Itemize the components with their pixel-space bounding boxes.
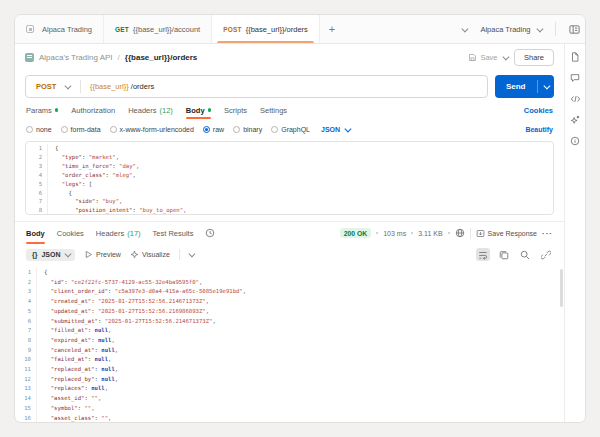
code-token: : [88, 327, 95, 333]
code-token: "buy_to_open" [139, 207, 183, 213]
code-token: "canceled_at" [51, 347, 95, 353]
app-window: Alpaca Trading GET {{base_url}}/account … [14, 14, 586, 423]
language-selector[interactable]: JSON [321, 126, 350, 133]
code-text: "replaces": null, [37, 384, 108, 394]
preview-button[interactable]: Preview [84, 250, 121, 259]
response-body-viewer[interactable]: 1 { 2 "id": "ce2f22fc-5737-4129-ac55-32e… [15, 265, 564, 422]
request-section-tab[interactable]: Scripts [224, 102, 247, 119]
code-token: , [115, 366, 118, 372]
body-mode-radio[interactable]: x-www-form-urlencoded [110, 126, 194, 133]
request-tabs: Params Authorization Headers (12) [15, 102, 564, 119]
tab-overflow-chevron-icon[interactable] [462, 25, 468, 31]
line-number: 15 [15, 404, 37, 414]
line-number: 1 [26, 144, 48, 153]
postbot-icon[interactable] [570, 115, 580, 125]
visualize-button[interactable]: Visualize [130, 250, 170, 259]
code-icon[interactable] [570, 94, 581, 104]
code-line: 9 "canceled_at": null, [15, 346, 564, 356]
code-token: null [98, 337, 111, 343]
code-line: 6 { [26, 189, 553, 198]
comments-icon[interactable] [570, 73, 580, 83]
request-tab[interactable]: POST {{base_url}}/orders [212, 15, 320, 43]
save-button[interactable]: Save [468, 53, 497, 62]
response-section-tab[interactable]: Headers (17) [96, 222, 141, 244]
wrap-text-button[interactable] [476, 248, 490, 261]
line-number: 2 [15, 278, 37, 288]
format-options-chevron-icon[interactable] [189, 251, 195, 257]
response-format-selector[interactable]: {} JSON [26, 249, 75, 261]
line-number: 8 [26, 206, 48, 215]
request-section-tab[interactable]: Body [186, 102, 211, 119]
response-section-tab[interactable]: Test Results [153, 222, 194, 244]
info-icon[interactable] [570, 136, 580, 146]
environment-quick-look-button[interactable] [564, 24, 585, 35]
code-token: : [98, 318, 105, 324]
beautify-link[interactable]: Beautify [525, 126, 553, 133]
code-token [55, 154, 62, 160]
url-input[interactable]: {{base_url}} /orders [81, 82, 154, 91]
cookies-link[interactable]: Cookies [524, 106, 553, 115]
url-bar: POST {{base_url}} /orders [25, 75, 488, 98]
tab-label: Params [26, 106, 52, 115]
copy-button[interactable] [497, 248, 511, 261]
environment-selector[interactable]: Alpaca Trading [474, 25, 547, 34]
code-token: "asset_class" [51, 415, 95, 421]
link-button[interactable] [539, 248, 553, 261]
save-response-button[interactable]: Save Response [476, 229, 537, 238]
body-mode-radio[interactable]: binary [233, 126, 262, 133]
breadcrumb-collection[interactable]: Alpaca's Trading API [39, 53, 113, 62]
response-section-tab[interactable]: Cookies [57, 222, 84, 244]
save-options-chevron-icon[interactable] [503, 53, 509, 59]
code-token [44, 327, 51, 333]
code-token [55, 172, 62, 178]
code-token: , [108, 356, 111, 362]
body-mode-radio[interactable]: none [26, 126, 52, 133]
more-options-button[interactable]: ··· [542, 229, 553, 238]
tab-label: Settings [260, 106, 287, 115]
send-options-chevron-icon[interactable] [538, 84, 555, 89]
tab-method: POST [223, 26, 242, 33]
response-section-tab[interactable]: Body [26, 222, 45, 244]
request-tab[interactable]: GET {{base_url}}/account [104, 15, 212, 43]
body-mode-radio[interactable]: raw [203, 126, 224, 133]
tab-label: Headers [96, 229, 124, 238]
new-tab-button[interactable]: + [320, 15, 344, 43]
body-mode-radio[interactable]: GraphQL [271, 126, 310, 133]
code-token: "symbol" [51, 405, 78, 411]
radio-icon [61, 126, 68, 133]
request-section-tab[interactable]: Settings [260, 102, 287, 119]
search-button[interactable] [518, 248, 532, 261]
request-body-editor[interactable]: 1 { 2 "type": "market", 3 "time_in_force… [25, 141, 554, 215]
body-mode-radio[interactable]: form-data [61, 126, 101, 133]
code-token [44, 288, 51, 294]
documentation-icon[interactable] [570, 52, 580, 62]
code-token: null [101, 347, 114, 353]
code-token: , [183, 207, 186, 213]
tab-label: Body [186, 106, 205, 115]
wrap-text-icon [478, 250, 488, 260]
request-tab[interactable]: Alpaca Trading [15, 15, 104, 43]
line-number: 12 [15, 375, 37, 385]
network-info-icon[interactable] [455, 228, 465, 238]
code-text: "asset_id": "", [37, 394, 101, 404]
line-number: 10 [15, 355, 37, 365]
send-button[interactable]: Send [495, 75, 554, 98]
history-icon[interactable] [205, 228, 215, 238]
code-text: "failed_at": null, [37, 355, 111, 365]
dot-separator [448, 232, 450, 234]
share-button[interactable]: Share [514, 49, 554, 66]
code-text: "time_in_force": "day", [48, 162, 139, 171]
code-line: 8 "position_intent": "buy_to_open", [26, 206, 553, 215]
code-text: "client_order_id": "c5a397e3-d0a4-415a-a… [37, 287, 246, 297]
line-number: 8 [15, 336, 37, 346]
request-section-tab[interactable]: Params [26, 102, 58, 119]
code-token [44, 356, 51, 362]
environment-name: Alpaca Trading [480, 25, 530, 34]
method-selector[interactable]: POST [26, 82, 80, 91]
code-token: "submitted_at" [51, 318, 98, 324]
request-section-tab[interactable]: Headers (12) [128, 102, 173, 119]
code-token: "day" [119, 163, 136, 169]
request-section-tab[interactable]: Authorization [71, 102, 115, 119]
code-token [44, 376, 51, 382]
scrollbar[interactable] [560, 269, 563, 307]
